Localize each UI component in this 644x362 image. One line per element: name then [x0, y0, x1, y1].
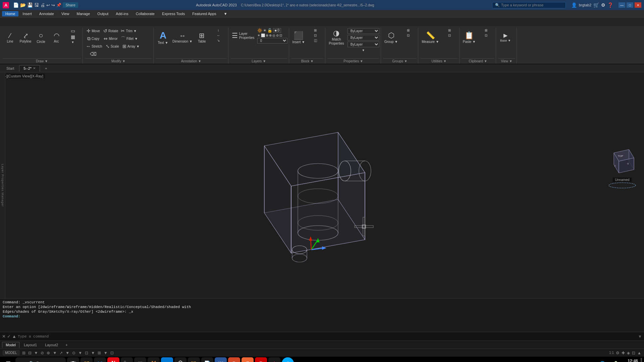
command-input[interactable] [18, 335, 637, 339]
taskbar-discord[interactable]: 🎮 [134, 357, 146, 362]
move-button[interactable]: ✛Move [85, 28, 102, 34]
rotate-button[interactable]: ↺Rotate [102, 28, 119, 34]
match-properties-button[interactable]: ◑ MatchProperties [327, 28, 345, 47]
taskbar-autocad[interactable]: A [268, 357, 280, 362]
cmd-close-icon[interactable]: ✕ [2, 334, 6, 339]
menu-annotate[interactable]: Annotate [36, 11, 57, 16]
tab-add[interactable]: + [41, 65, 51, 72]
cmd-expand-icon[interactable]: ▲ [12, 334, 16, 339]
tray-battery-icon[interactable]: 🔋 [613, 361, 619, 362]
share-button[interactable]: Share [63, 2, 78, 8]
tab-add-layout[interactable]: + [62, 342, 70, 348]
snap-icon[interactable]: ⊟ [28, 351, 32, 355]
rectangle-button[interactable]: ▭ [64, 28, 81, 34]
group-button[interactable]: ⬡ Group ▼ [383, 28, 399, 47]
status-dropdown6[interactable]: ▼ [104, 351, 108, 355]
save-as-icon[interactable]: 🖫 [34, 2, 39, 8]
ann-btn1[interactable]: ↕ [210, 28, 227, 33]
tray-chevron-icon[interactable]: ∧ [595, 361, 598, 362]
isolate-icon[interactable]: ⊡ [632, 351, 635, 355]
grid-display-icon[interactable]: ⊞ [22, 351, 25, 355]
search-bar[interactable]: 🔍 Type a keyword or phrase [492, 2, 566, 8]
status-dropdown4[interactable]: ▼ [78, 351, 82, 355]
group-btn2[interactable]: ⊡ [400, 33, 417, 38]
polyline-button[interactable]: ⤤ Polyline [18, 28, 33, 47]
trim-button[interactable]: ✂Trim ▼ [120, 28, 138, 34]
menu-view[interactable]: View [58, 11, 73, 16]
line-button[interactable]: ⁄ Line [3, 28, 17, 47]
taskbar-teams[interactable]: 👥 [94, 357, 106, 362]
undo-icon[interactable]: ↩ [46, 3, 50, 8]
block-btn3[interactable]: ◫ [307, 38, 324, 43]
menu-manage[interactable]: Manage [73, 11, 94, 16]
menu-collaborate[interactable]: Collaborate [132, 11, 158, 16]
taskbar-firefox[interactable]: 🦊 [148, 357, 160, 362]
layer-panel-tab[interactable]: Layer Properties Manager [0, 72, 5, 298]
viewport[interactable]: [-][Custom View][X-Ray] [0, 72, 644, 298]
layer-color-swatch[interactable]: ■ 0 [273, 28, 281, 33]
insert-button[interactable]: ⬛ Insert ▼ [291, 28, 307, 47]
group-btn1[interactable]: ⊞ [400, 28, 417, 33]
save-icon[interactable]: 💾 [27, 2, 33, 8]
erase-button[interactable]: ⌫ [85, 51, 102, 57]
tab-drawing[interactable]: 5--2* ✕ [19, 65, 40, 72]
start-button[interactable]: ⊞ [2, 357, 14, 362]
taskbar-file-explorer[interactable]: 📁 [80, 357, 93, 362]
taskbar-whatsapp[interactable]: 📞 [121, 357, 133, 362]
ann-btn3[interactable]: ↘ [210, 38, 227, 43]
dimension-button[interactable]: ↔ Dimension ▼ [171, 28, 194, 47]
clip-btn2[interactable]: ⊡ [478, 33, 494, 38]
taskbar-word[interactable]: W [215, 357, 227, 362]
status-dropdown2[interactable]: ▼ [53, 351, 57, 355]
menu-insert[interactable]: Insert [19, 11, 35, 16]
print-icon[interactable]: 🖨 [40, 2, 45, 8]
taskbar-edge[interactable]: e [161, 357, 173, 362]
util-btn2[interactable]: ⊡ [441, 33, 458, 38]
tab-layout2[interactable]: Layout2 [41, 342, 62, 348]
polar-icon[interactable]: ⊕ [47, 351, 50, 355]
show-desktop-icon[interactable] [641, 358, 642, 362]
annotation-scale-icon[interactable]: ⚙ [616, 351, 620, 355]
status-dropdown1[interactable]: ▼ [34, 351, 38, 355]
layer-select[interactable]: 0 [257, 38, 287, 44]
taskbar-red[interactable]: R [255, 357, 267, 362]
clip-btn1[interactable]: ⊞ [478, 28, 494, 33]
tray-network-icon[interactable]: 🌐 [600, 361, 605, 362]
tab-layout1[interactable]: Layout1 [20, 342, 41, 348]
workspace-icon[interactable]: ✚ [622, 351, 625, 355]
layer-properties-button[interactable]: ☰ LayerProperties [230, 29, 256, 43]
lock-ui-icon[interactable]: ◈ [627, 351, 630, 355]
taskbar-pdf[interactable]: 📄 [201, 357, 213, 362]
taskbar-netflix[interactable]: N [107, 357, 119, 362]
status-dropdown5[interactable]: ▼ [91, 351, 95, 355]
lineweight-select[interactable]: ByLayer [347, 42, 379, 47]
search-taskbar[interactable]: 🔍 Procurar [15, 357, 66, 362]
menu-more[interactable]: ▼ [220, 11, 231, 16]
copy-button[interactable]: ⧉Copy [85, 36, 102, 41]
cmd-scroll-icon[interactable]: ▼ [638, 334, 642, 339]
taskbar-folder[interactable]: 📂 [188, 357, 200, 362]
open-icon[interactable]: 📂 [20, 2, 26, 8]
block-btn1[interactable]: ⊞ [307, 28, 324, 33]
scale-button[interactable]: ⤡Scale [104, 44, 121, 49]
linetype-select[interactable]: ByLayer [347, 35, 379, 41]
store-icon[interactable]: 🛒 [593, 2, 599, 8]
tab-start[interactable]: Start [2, 65, 18, 72]
draw-more-button[interactable]: ▼ [64, 40, 81, 44]
ortho-icon[interactable]: ⊘ [41, 351, 44, 355]
minimize-button[interactable]: — [619, 2, 625, 8]
text-button[interactable]: A Text ▼ [156, 28, 170, 47]
util-btn1[interactable]: ⊞ [441, 28, 458, 33]
tab-model[interactable]: Model [2, 342, 19, 348]
hatch-button[interactable]: ▦ [64, 34, 81, 40]
fullscreen-icon[interactable]: ▲ [637, 351, 641, 355]
properties-more-button[interactable]: ▼ [347, 48, 379, 52]
view-cube[interactable]: TOP R F Unnamed [607, 146, 637, 193]
lweight-icon[interactable]: ⊞ [98, 351, 101, 355]
new-icon[interactable]: 📄 [13, 2, 19, 8]
status-dropdown3[interactable]: ▼ [65, 351, 69, 355]
menu-express[interactable]: Express Tools [159, 11, 188, 16]
help-icon[interactable]: ❓ [607, 2, 613, 8]
color-select[interactable]: ByLayer [347, 28, 379, 34]
taskbar-weather[interactable]: 🌤 [174, 357, 186, 362]
